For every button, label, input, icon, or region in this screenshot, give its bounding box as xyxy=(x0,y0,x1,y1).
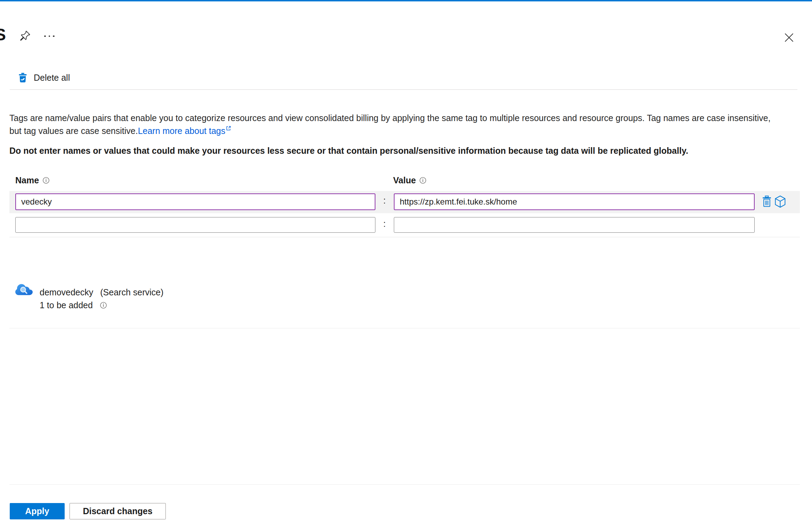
apply-button[interactable]: Apply xyxy=(10,503,65,519)
ellipsis-icon xyxy=(44,35,55,37)
resource-row: demovedecky (Search service) xyxy=(40,287,163,297)
close-blade-button[interactable] xyxy=(783,31,795,44)
resource-pending-row: 1 to be added xyxy=(40,300,107,310)
tags-blade: S Delete all Tag xyxy=(0,0,812,526)
tags-description: Tags are name/value pairs that enable yo… xyxy=(9,112,805,137)
pin-button[interactable] xyxy=(19,30,31,43)
tag-separator: : xyxy=(381,195,388,206)
top-accent-bar xyxy=(0,0,812,1)
delete-tag-row-button[interactable] xyxy=(762,195,772,208)
tag-name-input-row1[interactable] xyxy=(15,193,375,210)
description-line-1: Tags are name/value pairs that enable yo… xyxy=(9,112,805,125)
resource-divider xyxy=(9,328,800,328)
value-column-header: Value xyxy=(393,175,427,185)
cube-icon xyxy=(774,195,786,208)
resource-name: demovedecky xyxy=(40,287,93,297)
search-service-icon xyxy=(15,283,33,298)
value-info-icon[interactable] xyxy=(419,177,427,184)
pending-info-icon[interactable] xyxy=(100,302,107,309)
security-warning-text: Do not enter names or values that could … xyxy=(9,146,688,156)
toolbar-divider xyxy=(10,89,797,90)
trash-icon xyxy=(762,195,772,208)
resource-type: (Search service) xyxy=(100,287,163,297)
name-info-icon[interactable] xyxy=(42,177,50,184)
name-column-header: Name xyxy=(15,175,50,185)
pending-count-label: 1 to be added xyxy=(40,300,93,310)
pin-icon xyxy=(19,30,31,43)
tag-value-input-row1[interactable] xyxy=(394,193,755,210)
delete-all-button[interactable]: Delete all xyxy=(16,71,72,84)
rows-divider xyxy=(9,237,800,237)
learn-more-link[interactable]: Learn more about tags xyxy=(138,126,226,136)
delete-all-label: Delete all xyxy=(34,73,70,83)
description-line-2: but tag values are case sensitive.Learn … xyxy=(9,125,805,137)
external-link-icon xyxy=(226,125,232,131)
close-icon xyxy=(783,32,795,43)
delete-all-icon xyxy=(18,72,27,83)
discard-changes-button[interactable]: Discard changes xyxy=(70,503,166,519)
page-title-fragment: S xyxy=(0,26,6,43)
more-commands-button[interactable] xyxy=(42,33,57,40)
tag-separator: : xyxy=(381,218,388,229)
footer-divider xyxy=(9,484,800,485)
tag-name-input-row2[interactable] xyxy=(15,217,375,233)
tag-value-input-row2[interactable] xyxy=(394,217,755,233)
tag-resources-button[interactable] xyxy=(774,195,786,208)
